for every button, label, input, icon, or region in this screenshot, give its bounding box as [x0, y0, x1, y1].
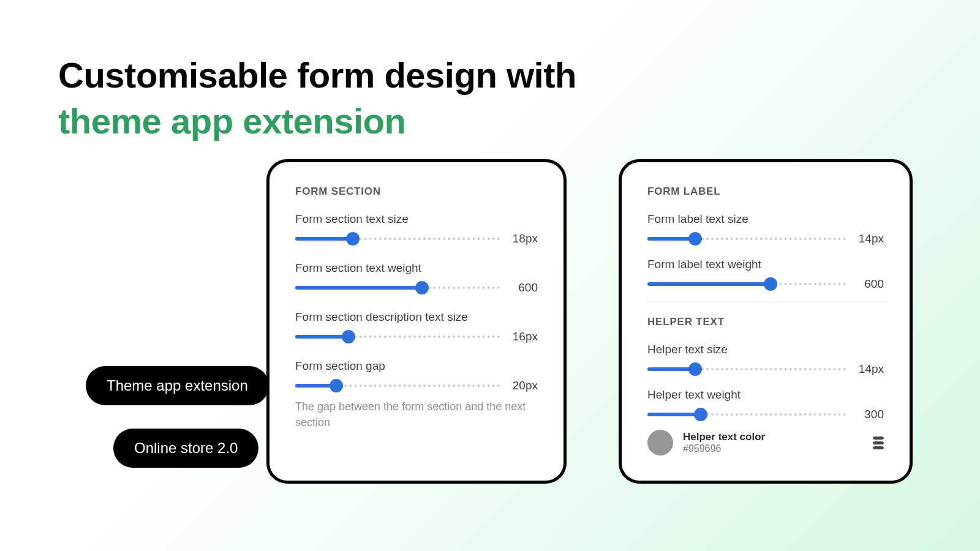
control-helper-text-weight: Helper text weight 300 [647, 388, 884, 421]
control-form-label-text-size: Form label text size 14px [647, 212, 884, 246]
slider-value: 14px [854, 232, 884, 246]
color-hex: #959696 [683, 443, 863, 454]
divider [647, 302, 884, 302]
control-label: Helper text weight [647, 388, 884, 402]
control-label: Form section description text size [295, 310, 538, 324]
slider-form-label-text-weight[interactable] [647, 278, 846, 290]
slider-value: 18px [508, 232, 538, 246]
section-title-helper-text: HELPER TEXT [647, 316, 884, 328]
help-text-form-section-gap: The gap between the form section and the… [295, 399, 538, 430]
section-title-form-section: FORM SECTION [295, 186, 538, 198]
control-label: Form section text weight [295, 261, 538, 275]
layers-icon[interactable] [873, 437, 884, 449]
slider-value: 300 [854, 408, 884, 421]
slider-form-section-text-size[interactable] [295, 233, 500, 245]
control-form-section-text-weight: Form section text weight 600 [295, 261, 538, 294]
slider-form-section-text-weight[interactable] [295, 282, 500, 294]
control-form-label-text-weight: Form label text weight 600 [647, 258, 884, 291]
control-label: Form section gap [295, 359, 538, 373]
headline-line2: theme app extension [58, 98, 576, 144]
color-picker-helper-text[interactable]: Helper text color #959696 [647, 430, 884, 455]
slider-helper-text-size[interactable] [647, 363, 846, 375]
panel-form-label-helper: FORM LABEL Form label text size 14px For… [619, 159, 913, 484]
control-form-section-text-size: Form section text size 18px [295, 212, 538, 246]
slider-form-label-text-size[interactable] [647, 233, 846, 245]
pill-label: Theme app extension [107, 377, 248, 394]
slider-form-section-description-text-size[interactable] [295, 331, 500, 343]
pill-online-store-2: Online store 2.0 [113, 429, 258, 468]
color-swatch [647, 430, 673, 455]
control-label: Form label text size [647, 212, 884, 226]
control-form-section-description-text-size: Form section description text size 16px [295, 310, 538, 343]
color-text: Helper text color #959696 [683, 431, 863, 454]
slider-value: 20px [508, 379, 538, 392]
pill-theme-app-extension: Theme app extension [86, 366, 269, 405]
slider-value: 600 [854, 277, 884, 291]
color-label: Helper text color [683, 431, 863, 443]
slider-value: 600 [508, 281, 538, 294]
headline-line1: Customisable form design with [58, 55, 576, 95]
control-form-section-gap: Form section gap 20px [295, 359, 538, 392]
slider-value: 16px [508, 330, 538, 343]
control-label: Form label text weight [647, 258, 884, 271]
panel-form-section: FORM SECTION Form section text size 18px… [266, 159, 567, 484]
control-helper-text-size: Helper text size 14px [647, 343, 884, 376]
control-label: Form section text size [295, 212, 538, 226]
slider-form-section-gap[interactable] [295, 380, 500, 392]
page-headline: Customisable form design with theme app … [58, 52, 576, 144]
slider-helper-text-weight[interactable] [647, 408, 846, 421]
slider-value: 14px [854, 362, 884, 376]
section-title-form-label: FORM LABEL [647, 186, 884, 198]
pill-label: Online store 2.0 [134, 440, 238, 456]
control-label: Helper text size [647, 343, 884, 356]
